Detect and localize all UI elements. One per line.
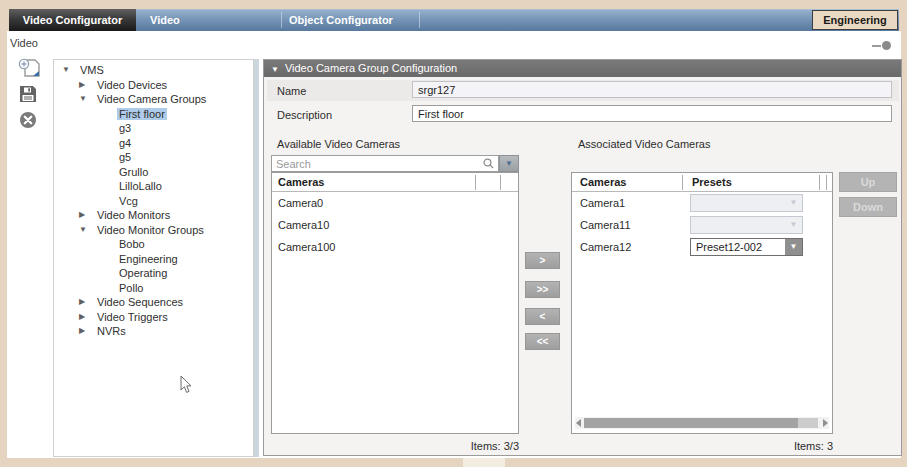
associated-list-header[interactable]: Cameras Presets [572, 173, 832, 192]
tab-separator [419, 12, 420, 28]
camera-row[interactable]: Camera1 ▼ [572, 192, 832, 214]
column-divider[interactable] [826, 175, 827, 190]
camera-name: Camera11 [580, 214, 631, 236]
available-cameras-list[interactable]: Cameras Camera0 Camera10 Camera100 [271, 172, 519, 434]
tree-item-pollo[interactable]: Pollo [54, 281, 253, 296]
camera-name: Camera1 [580, 192, 625, 214]
tab-bar [9, 9, 899, 31]
panel-splitter[interactable] [254, 59, 259, 457]
chevron-down-icon: ▼ [785, 217, 802, 233]
scrollbar-thumb-end [798, 418, 818, 428]
add-all-button[interactable]: >> [525, 281, 560, 298]
camera-row[interactable]: Camera100 [272, 236, 518, 258]
camera-row[interactable]: Camera0 [272, 192, 518, 214]
save-icon[interactable] [19, 85, 37, 105]
camera-row[interactable]: Camera11 ▼ [572, 214, 832, 236]
presets-column-header[interactable]: Presets [692, 173, 732, 192]
expander-expanded-icon[interactable] [62, 63, 78, 77]
column-divider[interactable] [475, 175, 476, 190]
tree-item-video-devices[interactable]: Video Devices [54, 78, 253, 93]
bottom-frame-notch [463, 458, 505, 467]
expander-collapsed-icon[interactable] [79, 295, 95, 309]
preset-dropdown[interactable]: Preset12-002 ▼ [690, 238, 803, 256]
preset-value: Preset12-002 [691, 239, 785, 255]
preset-dropdown-disabled: ▼ [690, 194, 803, 212]
tree-item-g4[interactable]: g4 [54, 136, 253, 151]
tree-item-bobo[interactable]: Bobo [54, 237, 253, 252]
chevron-down-icon: ▼ [785, 195, 802, 211]
description-input[interactable] [412, 105, 892, 122]
associated-items-count: Items: 3 [571, 440, 833, 452]
tree-item-video-sequences[interactable]: Video Sequences [54, 295, 253, 310]
camera-name: Camera12 [580, 236, 631, 258]
expander-collapsed-icon[interactable] [79, 324, 95, 338]
up-button[interactable]: Up [839, 172, 897, 192]
tree-item-vcg[interactable]: Vcg [54, 194, 253, 209]
video-camera-group-configuration-panel: ▼Video Camera Group Configuration Name D… [263, 59, 902, 456]
panel-header-title: Video Camera Group Configuration [285, 62, 457, 74]
associated-cameras-title: Associated Video Cameras [578, 138, 710, 150]
search-icon [479, 155, 499, 172]
tree-item-operating[interactable]: Operating [54, 266, 253, 281]
preset-dropdown-disabled: ▼ [690, 216, 803, 234]
camera-row[interactable]: Camera12 Preset12-002 ▼ [572, 236, 832, 258]
available-list-header[interactable]: Cameras [272, 173, 518, 192]
camera-search-bar: ▼ [271, 155, 519, 172]
cameras-column-header[interactable]: Cameras [278, 176, 324, 188]
expander-collapsed-icon[interactable] [79, 310, 95, 324]
scrollbar-thumb[interactable] [584, 418, 798, 428]
remove-all-button[interactable]: << [525, 333, 560, 350]
column-divider[interactable] [682, 175, 683, 190]
tree-item-engineering[interactable]: Engineering [54, 252, 253, 267]
description-label: Description [277, 109, 332, 121]
collapse-triangle-icon[interactable]: ▼ [271, 65, 279, 74]
search-filter-dropdown-button[interactable]: ▼ [499, 155, 519, 172]
expander-expanded-icon[interactable] [79, 223, 95, 237]
tab-object-configurator[interactable]: Object Configurator [289, 9, 393, 31]
chevron-down-icon: ▼ [785, 239, 802, 255]
engineering-button[interactable]: Engineering [812, 10, 898, 30]
panel-header[interactable]: ▼Video Camera Group Configuration [264, 60, 901, 77]
new-item-icon[interactable] [17, 58, 43, 80]
preset-value [691, 217, 785, 233]
name-label: Name [277, 85, 306, 97]
tree-item-first-floor[interactable]: First floor [54, 107, 253, 122]
tree-item-video-triggers[interactable]: Video Triggers [54, 310, 253, 325]
tab-video-configurator[interactable]: Video Configurator [9, 9, 136, 31]
preset-value [691, 195, 785, 211]
tree-item-video-monitor-groups[interactable]: Video Monitor Groups [54, 223, 253, 238]
mouse-cursor-icon [180, 376, 192, 396]
tree-item-vms[interactable]: VMS [54, 63, 253, 78]
tree-item-grullo[interactable]: Grullo [54, 165, 253, 180]
cameras-column-header[interactable]: Cameras [580, 173, 626, 192]
name-input[interactable] [412, 81, 892, 98]
search-input[interactable] [271, 155, 479, 172]
tree-item-nvrs[interactable]: NVRs [54, 324, 253, 339]
tree-item-g5[interactable]: g5 [54, 150, 253, 165]
vms-tree: VMS Video Devices Video Camera Groups Fi… [53, 59, 254, 457]
expander-collapsed-icon[interactable] [79, 208, 95, 222]
down-button[interactable]: Down [839, 197, 897, 217]
column-divider[interactable] [500, 175, 501, 190]
scroll-left-icon[interactable] [576, 419, 581, 427]
camera-row[interactable]: Camera10 [272, 214, 518, 236]
horizontal-scrollbar[interactable] [575, 417, 829, 429]
add-button[interactable]: > [525, 252, 560, 269]
expander-collapsed-icon[interactable] [79, 78, 95, 92]
breadcrumb: Video [10, 37, 38, 49]
associated-cameras-list[interactable]: Cameras Presets Camera1 ▼ Camera11 ▼ Cam… [571, 172, 833, 434]
cancel-icon[interactable] [19, 111, 37, 131]
tree-item-video-monitors[interactable]: Video Monitors [54, 208, 253, 223]
column-divider[interactable] [819, 175, 820, 190]
scroll-right-icon[interactable] [823, 419, 828, 427]
tree-item-video-camera-groups[interactable]: Video Camera Groups [54, 92, 253, 107]
pin-icon[interactable] [872, 45, 881, 47]
tree-item-lillolallo[interactable]: LilloLallo [54, 179, 253, 194]
remove-button[interactable]: < [525, 308, 560, 325]
tab-separator [281, 12, 282, 28]
tree-item-g3[interactable]: g3 [54, 121, 253, 136]
tab-video[interactable]: Video [150, 9, 180, 31]
expander-expanded-icon[interactable] [79, 92, 95, 106]
pin-icon[interactable] [882, 41, 891, 50]
available-cameras-title: Available Video Cameras [277, 138, 400, 150]
